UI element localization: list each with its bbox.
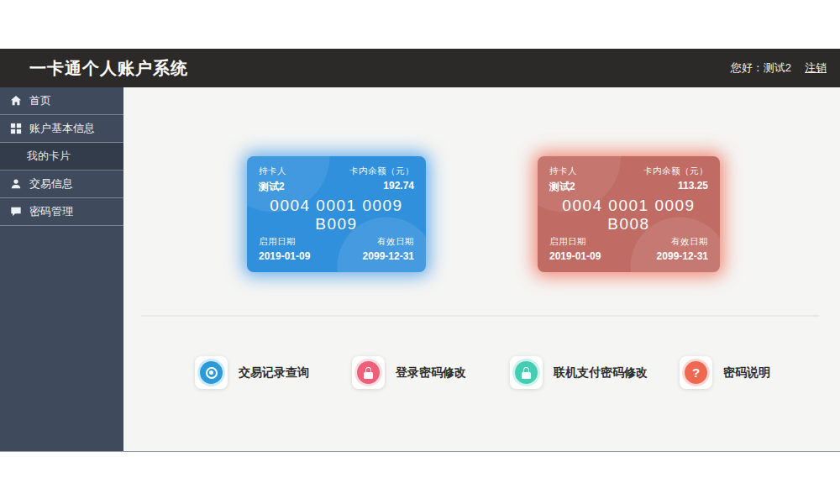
action-online-pay-password-change[interactable]: 联机支付密码修改 [510,356,648,389]
expiry-date-block: 有效日期 2099-12-31 [363,236,414,262]
app-header: 一卡通个人账户系统 您好：测试2 注销 [0,49,840,87]
card-number: 0004 0001 0009 B008 [549,197,708,234]
expiry-date-label: 有效日期 [657,236,708,248]
bank-card-b008[interactable]: 持卡人 测试2 卡内余额（元） 113.25 0004 0001 0009 B0… [538,156,720,272]
main-content: 持卡人 测试2 卡内余额（元） 192.74 0004 0001 0009 B0… [123,87,840,451]
action-login-password-change[interactable]: 登录密码修改 [352,356,466,389]
user-greeting: 您好：测试2 [731,60,791,76]
action-tile [352,356,385,389]
cardholder-block: 持卡人 测试2 [549,165,577,194]
section-divider [141,315,819,317]
action-tile [510,356,543,389]
balance-block: 卡内余额（元） 192.74 [349,165,414,194]
start-date-block: 启用日期 2019-01-09 [259,236,310,262]
sidebar-item-label: 交易信息 [29,176,73,192]
comment-icon [10,206,22,218]
start-date-block: 启用日期 2019-01-09 [549,236,601,262]
password-help-icon: ? [685,361,707,384]
start-date-value: 2019-01-09 [549,250,601,262]
logout-link[interactable]: 注销 [805,60,827,76]
sidebar: 首页 账户基本信息 我的卡片 交易信息 密码管理 [0,87,123,451]
user-icon [10,178,22,190]
page-title: 一卡通个人账户系统 [29,57,188,80]
sidebar-item-label: 密码管理 [29,204,73,219]
sidebar-item-label: 我的卡片 [27,149,71,164]
cardholder-label: 持卡人 [549,165,577,177]
home-icon [10,95,22,107]
expiry-date-value: 2099-12-31 [657,250,708,262]
card-number: 0004 0001 0009 B009 [259,197,414,234]
bank-card-b009[interactable]: 持卡人 测试2 卡内余额（元） 192.74 0004 0001 0009 B0… [247,156,426,272]
expiry-date-label: 有效日期 [363,236,414,248]
sidebar-item-home[interactable]: 首页 [0,87,123,115]
action-label: 联机支付密码修改 [554,365,648,381]
balance-label: 卡内余额（元） [349,165,414,177]
action-label: 登录密码修改 [396,365,466,381]
sidebar-item-label: 首页 [29,93,51,108]
app-window: 一卡通个人账户系统 您好：测试2 注销 首页 账户基本信息 我的卡片 交易信息 [0,49,840,452]
sidebar-item-my-cards[interactable]: 我的卡片 [0,143,123,171]
action-password-help[interactable]: ? 密码说明 [680,356,770,389]
action-tile [195,356,228,389]
cardholder-name: 测试2 [549,180,577,194]
balance-value: 192.74 [349,180,414,192]
action-label: 密码说明 [723,365,770,381]
start-date-value: 2019-01-09 [259,250,310,262]
cardholder-label: 持卡人 [259,165,286,177]
record-query-icon [200,361,223,384]
login-password-lock-icon [357,361,380,384]
cardholder-name: 测试2 [259,180,286,194]
expiry-date-value: 2099-12-31 [363,250,414,262]
balance-block: 卡内余额（元） 113.25 [643,165,708,194]
sidebar-item-transactions[interactable]: 交易信息 [0,171,123,198]
action-label: 交易记录查询 [239,365,309,381]
balance-label: 卡内余额（元） [643,165,708,177]
start-date-label: 启用日期 [549,236,601,248]
sidebar-item-label: 账户基本信息 [29,121,95,136]
pay-password-lock-icon [515,361,538,384]
grid-icon [10,123,22,134]
cardholder-block: 持卡人 测试2 [259,165,286,194]
expiry-date-block: 有效日期 2099-12-31 [657,236,708,262]
start-date-label: 启用日期 [259,236,310,248]
sidebar-item-password-mgmt[interactable]: 密码管理 [0,198,123,226]
sidebar-item-account-info[interactable]: 账户基本信息 [0,115,123,143]
header-user-area: 您好：测试2 注销 [731,60,827,76]
action-transaction-record-query[interactable]: 交易记录查询 [195,356,309,389]
action-tile: ? [680,356,712,389]
balance-value: 113.25 [643,180,708,192]
